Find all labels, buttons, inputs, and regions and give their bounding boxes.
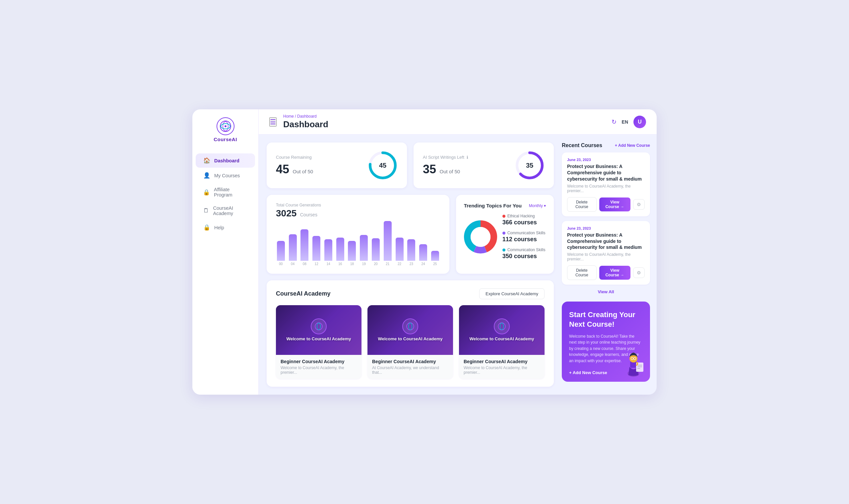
course-date-0: June 23, 2023	[567, 158, 645, 162]
menu-button[interactable]: ☰	[269, 117, 277, 127]
delete-course-button-1[interactable]: Delete Course	[567, 266, 596, 280]
bar	[396, 238, 404, 261]
legend-item-1: Communication Skills 112 courses	[502, 231, 546, 243]
legend-dot-1	[502, 232, 505, 235]
stat-card-course-remaining: Course Remaining 45 Out of 50 45	[267, 143, 407, 188]
bar	[419, 244, 427, 261]
course-date-1: June 23, 2023	[567, 226, 645, 230]
course-settings-button-1[interactable]: ⚙	[633, 267, 645, 278]
recent-header: Recent Courses + Add New Course	[562, 143, 650, 148]
bar-col: 20	[371, 238, 381, 266]
bar-label: 20	[374, 262, 377, 266]
trending-legend: Ethical Hacking 366 courses Communicatio…	[502, 214, 546, 260]
trending-card: Trending Topics For You Monthly ▾	[456, 195, 554, 274]
sidebar-item-label: Help	[214, 225, 224, 230]
bar	[360, 235, 368, 261]
notepad-icon: 🗒	[203, 208, 209, 214]
course-logo-2	[494, 319, 510, 334]
course-thumb-1: Welcome to CourseAI Academy	[367, 305, 453, 355]
course-logo-1	[402, 319, 418, 334]
sidebar-item-courseai-academy[interactable]: 🗒 CourseAI Academy	[196, 202, 255, 220]
promo-illustration	[620, 348, 647, 378]
bar-col: 18	[347, 241, 357, 266]
bar-label: 21	[386, 262, 389, 266]
recent-course-item-1: June 23, 2023 Protect your Business: A C…	[562, 221, 650, 285]
course-name-2: Beginner CourseAI Academy	[464, 359, 540, 364]
course-actions-1: Delete Course View Course → ⚙	[567, 266, 645, 280]
svg-point-15	[409, 323, 412, 329]
course-thumb-text-2: Welcome to CourseAI Academy	[469, 336, 534, 342]
stat-out: Out of 50	[293, 169, 313, 174]
bar-label: 12	[315, 262, 318, 266]
bar	[348, 241, 356, 261]
add-new-course-button[interactable]: + Add New Course	[615, 143, 650, 148]
bar-label: 04	[291, 262, 294, 266]
bar-col: 24	[418, 244, 428, 266]
promo-title: Start Creating Your Next Course!	[569, 310, 643, 329]
svg-point-13	[317, 323, 321, 329]
bar	[289, 234, 297, 261]
bar	[336, 238, 344, 261]
bar-col: 21	[383, 221, 393, 266]
course-desc-0: Welcome to CourseAI Academy, the premier…	[567, 184, 645, 193]
breadcrumb-current: Dashboard	[297, 114, 317, 119]
course-name-1: Beginner CourseAI Academy	[372, 359, 448, 364]
bar-label: 16	[338, 262, 342, 266]
course-thumb-2: Welcome to CourseAI Academy	[459, 305, 544, 355]
course-desc-1: Welcome to CourseAI Academy, the premier…	[567, 252, 645, 262]
explore-academy-button[interactable]: Explore CourseAI Academy	[479, 288, 544, 299]
stat-value-row: 45 Out of 50	[276, 162, 313, 176]
language-selector[interactable]: EN	[622, 119, 628, 125]
app-container: CourseAI 🏠 Dashboard 👤 My Courses 🔒 Affi…	[192, 109, 657, 395]
sidebar-nav: 🏠 Dashboard 👤 My Courses 🔒 Affiliate Pro…	[192, 153, 258, 235]
bar	[300, 229, 308, 261]
sidebar-item-my-courses[interactable]: 👤 My Courses	[196, 168, 255, 183]
academy-title: CourseAI Academy	[276, 290, 330, 297]
trending-content: Ethical Hacking 366 courses Communicatio…	[464, 214, 546, 260]
trending-filter-btn[interactable]: Monthly ▾	[529, 203, 546, 208]
sidebar-item-affiliate[interactable]: 🔒 Affiliate Program	[196, 183, 255, 201]
breadcrumb-home: Home	[283, 114, 294, 119]
sidebar-item-help[interactable]: 🔒 Help	[196, 220, 255, 235]
bar-label: 19	[362, 262, 366, 266]
legend-dot-0	[502, 215, 505, 218]
sidebar-item-dashboard[interactable]: 🏠 Dashboard	[196, 154, 255, 168]
course-actions-0: Delete Course View Course → ⚙	[567, 197, 645, 212]
course-thumb-text-0: Welcome to CourseAI Academy	[286, 336, 351, 342]
delete-course-button-0[interactable]: Delete Course	[567, 197, 596, 212]
bar-label: 22	[398, 262, 401, 266]
header-breadcrumb: Home / Dashboard Dashboard	[283, 114, 611, 129]
view-all-link[interactable]: View All	[562, 289, 650, 294]
academy-courses: Welcome to CourseAI Academy Beginner Cou…	[276, 305, 544, 379]
bar-col: 12	[311, 236, 322, 266]
sidebar: CourseAI 🏠 Dashboard 👤 My Courses 🔒 Affi…	[192, 109, 259, 395]
user-avatar[interactable]: U	[634, 116, 646, 128]
bar-label: 14	[326, 262, 330, 266]
view-course-button-1[interactable]: View Course →	[599, 266, 630, 280]
promo-add-button[interactable]: + Add New Course	[569, 370, 607, 375]
course-thumb-text-1: Welcome to CourseAI Academy	[378, 336, 443, 342]
stat-value-row: 35 Out of 50	[423, 162, 468, 176]
chart-row: Total Course Generations 3025 Courses 00…	[267, 195, 554, 274]
view-course-button-0[interactable]: View Course →	[599, 198, 630, 211]
course-desc-2: Welcome to CourseAI Academy, the premier…	[464, 365, 540, 375]
circle-value: 45	[379, 162, 386, 169]
chart-value-row: 3025 Courses	[276, 208, 440, 219]
chart-card: Total Course Generations 3025 Courses 00…	[267, 195, 449, 274]
bar-col: 04	[288, 234, 298, 266]
bar-col: 23	[406, 239, 416, 266]
svg-point-11	[471, 227, 490, 247]
home-icon: 🏠	[203, 157, 210, 164]
course-settings-button-0[interactable]: ⚙	[633, 199, 645, 210]
refresh-icon[interactable]: ↻	[611, 118, 617, 126]
chart-title: Total Course Generations	[276, 203, 440, 208]
course-thumb-0: Welcome to CourseAI Academy	[276, 305, 362, 355]
stat-label: Course Remaining	[276, 155, 313, 160]
sidebar-item-label: My Courses	[214, 173, 240, 178]
bar-chart: 0004081214161819202122232425	[276, 223, 440, 266]
chart-value: 3025	[276, 208, 296, 218]
chart-header: Total Course Generations 3025 Courses	[276, 203, 440, 219]
help-lock-icon: 🔒	[203, 224, 210, 231]
ai-progress-circle: 35	[515, 150, 544, 180]
main: ☰ Home / Dashboard Dashboard ↻ EN U	[259, 109, 657, 395]
